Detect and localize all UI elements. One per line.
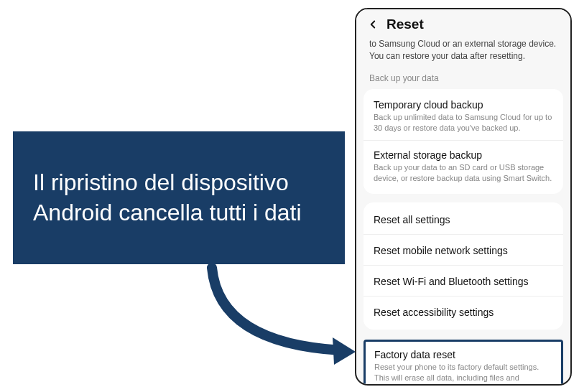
back-icon[interactable] <box>366 18 379 31</box>
factory-data-reset-item[interactable]: Factory data reset Reset your phone to i… <box>363 340 563 386</box>
external-storage-backup-item[interactable]: External storage backup Back up your dat… <box>363 140 563 191</box>
backup-card: Temporary cloud backup Back up unlimited… <box>363 89 563 194</box>
item-title: Reset Wi-Fi and Bluetooth settings <box>374 276 553 287</box>
settings-header: Reset <box>356 9 570 35</box>
reset-options-card: Reset all settings Reset mobile network … <box>363 202 563 330</box>
phone-frame: Reset to Samsung Cloud or an external st… <box>355 8 572 386</box>
item-desc: Reset your phone to its factory default … <box>374 362 552 386</box>
item-title: Factory data reset <box>374 349 552 360</box>
reset-accessibility-item[interactable]: Reset accessibility settings <box>363 296 563 327</box>
item-title: Reset mobile network settings <box>374 245 553 256</box>
svg-marker-0 <box>333 337 356 365</box>
item-title: Reset accessibility settings <box>374 307 553 318</box>
item-title: External storage backup <box>374 149 553 161</box>
backup-section-label: Back up your data <box>356 70 570 89</box>
reset-mobile-network-item[interactable]: Reset mobile network settings <box>363 234 563 265</box>
reset-wifi-bluetooth-item[interactable]: Reset Wi-Fi and Bluetooth settings <box>363 265 563 296</box>
item-desc: Back up unlimited data to Samsung Cloud … <box>374 112 553 134</box>
page-title: Reset <box>386 17 424 32</box>
item-desc: Back up your data to an SD card or USB s… <box>374 162 553 184</box>
arrow-icon <box>205 264 363 372</box>
callout-text: Il ripristino del dispositivo Android ca… <box>33 168 325 228</box>
item-title: Reset all settings <box>374 214 553 225</box>
item-title: Temporary cloud backup <box>374 99 553 111</box>
reset-all-settings-item[interactable]: Reset all settings <box>363 205 563 234</box>
temporary-cloud-backup-item[interactable]: Temporary cloud backup Back up unlimited… <box>363 92 563 141</box>
callout-banner: Il ripristino del dispositivo Android ca… <box>13 131 345 264</box>
intro-text: to Samsung Cloud or an external storage … <box>356 35 570 70</box>
